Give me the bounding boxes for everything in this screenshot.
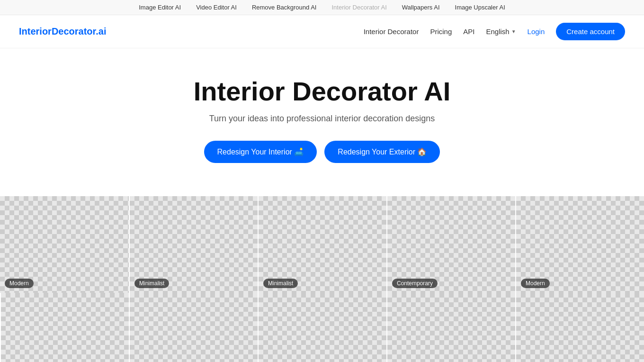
topbar-link-image-upscaler[interactable]: Image Upscaler AI bbox=[455, 4, 505, 11]
gallery-item-1-5[interactable]: Modern bbox=[515, 196, 644, 293]
gallery-image bbox=[387, 293, 515, 362]
gallery-badge: Minimalist bbox=[134, 279, 169, 288]
create-account-button[interactable]: Create account bbox=[556, 23, 625, 40]
gallery-item-1-3[interactable]: Minimalist bbox=[258, 196, 386, 293]
gallery-image bbox=[1, 293, 129, 362]
gallery-badge: Contemporary bbox=[392, 279, 438, 288]
gallery-image bbox=[130, 196, 258, 293]
logo[interactable]: InteriorDecorator.ai bbox=[19, 26, 107, 37]
login-button[interactable]: Login bbox=[528, 27, 545, 36]
main-nav: InteriorDecorator.ai Interior Decorator … bbox=[0, 15, 644, 48]
gallery-item-1-2[interactable]: Minimalist bbox=[129, 196, 258, 293]
gallery: Modern Minimalist Minimalist Contemporar… bbox=[0, 182, 644, 362]
gallery-item-2-2[interactable] bbox=[129, 293, 258, 362]
chevron-down-icon: ▼ bbox=[511, 29, 516, 34]
gallery-image bbox=[516, 196, 644, 293]
gallery-item-1-4[interactable]: Contemporary bbox=[386, 196, 515, 293]
hero-buttons: Redesign Your Interior 🛋️ Redesign Your … bbox=[9, 141, 635, 163]
gallery-image bbox=[259, 196, 386, 293]
gallery-badge: Modern bbox=[5, 279, 34, 288]
hero-title: Interior Decorator AI bbox=[9, 77, 635, 106]
gallery-image bbox=[387, 196, 515, 293]
gallery-item-2-5[interactable] bbox=[515, 293, 644, 362]
nav-pricing[interactable]: Pricing bbox=[430, 27, 452, 36]
top-bar: Image Editor AI Video Editor AI Remove B… bbox=[0, 0, 644, 15]
gallery-badge: Modern bbox=[521, 279, 550, 288]
redesign-exterior-button[interactable]: Redesign Your Exterior 🏠 bbox=[324, 141, 440, 163]
gallery-item-1-1[interactable]: Modern bbox=[0, 196, 129, 293]
gallery-badge: Minimalist bbox=[263, 279, 298, 288]
redesign-interior-button[interactable]: Redesign Your Interior 🛋️ bbox=[204, 141, 317, 163]
language-label: English bbox=[486, 27, 509, 36]
nav-api[interactable]: API bbox=[463, 27, 474, 36]
gallery-item-2-3[interactable] bbox=[258, 293, 386, 362]
gallery-image bbox=[130, 293, 258, 362]
hero-subtitle: Turn your ideas into professional interi… bbox=[9, 114, 635, 124]
gallery-image bbox=[516, 293, 644, 362]
nav-right: Interior Decorator Pricing API English ▼… bbox=[364, 23, 625, 40]
gallery-image bbox=[259, 293, 386, 362]
gallery-item-2-4[interactable] bbox=[386, 293, 515, 362]
topbar-link-remove-bg[interactable]: Remove Background AI bbox=[252, 4, 317, 11]
gallery-item-2-1[interactable] bbox=[0, 293, 129, 362]
language-selector[interactable]: English ▼ bbox=[486, 27, 516, 36]
topbar-link-image-editor[interactable]: Image Editor AI bbox=[139, 4, 181, 11]
topbar-link-interior-decorator[interactable]: Interior Decorator AI bbox=[331, 4, 386, 11]
nav-interior-decorator[interactable]: Interior Decorator bbox=[364, 27, 419, 36]
topbar-link-video-editor[interactable]: Video Editor AI bbox=[196, 4, 237, 11]
gallery-image bbox=[0, 196, 129, 293]
topbar-link-wallpapers[interactable]: Wallpapers AI bbox=[402, 4, 440, 11]
hero-section: Interior Decorator AI Turn your ideas in… bbox=[0, 48, 644, 182]
